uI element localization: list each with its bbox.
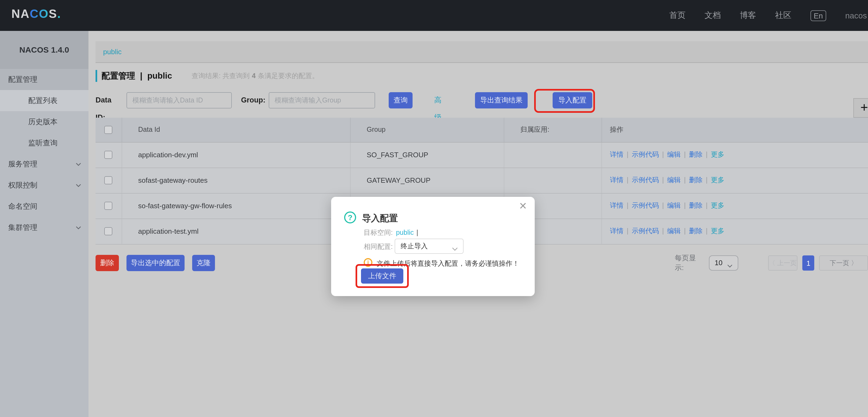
conflict-policy-value: 终止导入 [401, 239, 428, 253]
action-sample-code[interactable]: 示例代码 [632, 227, 659, 235]
column-header-data-id[interactable]: Data Id [122, 118, 350, 142]
sidebar-item-config-management[interactable]: 配置管理 [0, 69, 89, 90]
page-size-select[interactable]: 10 [709, 255, 738, 271]
sidebar-version: NACOS 1.4.0 [0, 31, 89, 69]
row-checkbox[interactable] [104, 202, 113, 210]
action-detail[interactable]: 详情 [610, 151, 623, 158]
title-namespace: public [147, 71, 172, 81]
sidebar-item-access-control[interactable]: 权限控制 [0, 175, 89, 196]
data-id-input[interactable] [126, 92, 232, 108]
group-label: Group: [241, 92, 266, 109]
action-edit[interactable]: 编辑 [667, 151, 681, 158]
cell-group: SO_FAST_GROUP [350, 142, 504, 168]
action-separator: | [684, 202, 686, 209]
sidebar-item-config-list[interactable]: 配置列表 [0, 90, 89, 111]
cell-group: GATEWAY_GROUP [350, 168, 504, 193]
close-icon[interactable]: ✕ [519, 201, 527, 211]
target-namespace-separator: | [416, 229, 418, 236]
logo-dot: . [57, 7, 61, 21]
nav-community[interactable]: 社区 [775, 10, 792, 21]
clone-button[interactable]: 克隆 [192, 255, 215, 271]
action-delete[interactable]: 删除 [689, 202, 703, 209]
action-sample-code[interactable]: 示例代码 [632, 202, 659, 209]
nav-docs[interactable]: 文档 [705, 10, 721, 21]
sidebar-item-namespace[interactable]: 命名空间 [0, 196, 89, 217]
action-detail[interactable]: 详情 [610, 227, 623, 235]
action-more[interactable]: 更多 [711, 176, 724, 184]
action-sample-code[interactable]: 示例代码 [632, 151, 659, 158]
group-input[interactable] [269, 92, 375, 108]
cell-operations: 详情|示例代码|编辑|删除|更多 [601, 193, 868, 218]
sidebar-item-service-management[interactable]: 服务管理 [0, 153, 89, 175]
dialog-title: 导入配置 [362, 213, 398, 224]
sidebar-item-history[interactable]: 历史版本 [0, 111, 89, 132]
action-more[interactable]: 更多 [711, 202, 724, 209]
column-header-group[interactable]: Group [350, 118, 504, 142]
info-circle-icon: i [364, 258, 372, 267]
action-edit[interactable]: 编辑 [667, 202, 681, 209]
current-page-button[interactable]: 1 [803, 255, 814, 271]
sidebar-item-cluster-management[interactable]: 集群管理 [0, 217, 89, 238]
cell-operations: 详情|示例代码|编辑|删除|更多 [601, 218, 868, 244]
conflict-policy-label: 相同配置: [364, 242, 393, 252]
next-page-button[interactable]: 下一页 〉 [819, 255, 868, 271]
column-header-app[interactable]: 归属应用: [504, 118, 601, 142]
select-all-checkbox[interactable] [104, 126, 113, 134]
cell-operations: 详情|示例代码|编辑|删除|更多 [601, 142, 868, 168]
action-edit[interactable]: 编辑 [667, 176, 681, 184]
prev-page-button[interactable]: 〈 上一页 [768, 255, 798, 271]
sidebar-item-label: 权限控制 [8, 181, 37, 189]
row-checkbox[interactable] [104, 176, 113, 184]
action-detail[interactable]: 详情 [610, 176, 623, 184]
chevron-down-icon [75, 182, 82, 188]
cell-data-id: application-dev.yml [122, 142, 350, 168]
action-sample-code[interactable]: 示例代码 [632, 176, 659, 184]
row-checkbox[interactable] [104, 227, 113, 235]
question-circle-icon: ? [344, 211, 356, 223]
row-checkbox[interactable] [104, 151, 113, 159]
action-separator: | [662, 202, 664, 209]
add-config-button[interactable]: + [854, 98, 868, 118]
top-header: NACOS. 首页 文档 博客 社区 En nacos [0, 0, 868, 31]
action-delete[interactable]: 删除 [689, 151, 703, 158]
namespace-tab-public[interactable]: public [103, 41, 122, 63]
nav-home[interactable]: 首页 [669, 10, 686, 21]
logo-text: NA [11, 7, 30, 21]
export-results-button[interactable]: 导出查询结果 [475, 92, 528, 108]
export-selected-button[interactable]: 导出选中的配置 [126, 255, 185, 271]
cell-operations: 详情|示例代码|编辑|删除|更多 [601, 168, 868, 193]
sidebar-item-label: 命名空间 [8, 202, 37, 210]
nacos-logo[interactable]: NACOS. [11, 7, 61, 21]
action-delete[interactable]: 删除 [689, 176, 703, 184]
action-separator: | [662, 151, 664, 158]
sidebar-item-listener-query[interactable]: 监听查询 [0, 132, 89, 153]
conflict-policy-select[interactable]: 终止导入 [395, 239, 464, 254]
action-separator: | [706, 227, 708, 235]
sidebar-item-label: 配置列表 [28, 97, 58, 105]
action-separator: | [706, 202, 708, 209]
target-namespace-label: 目标空间: [364, 229, 393, 236]
username[interactable]: nacos [845, 11, 867, 20]
action-edit[interactable]: 编辑 [667, 227, 681, 235]
language-toggle[interactable]: En [810, 10, 826, 21]
namespace-tab-bar: public [96, 41, 868, 63]
action-delete[interactable]: 删除 [689, 227, 703, 235]
action-detail[interactable]: 详情 [610, 202, 623, 209]
page-title-row: 配置管理 | public 查询结果: 共查询到4条满足要求的配置。 [96, 69, 319, 83]
sidebar-item-label: 监听查询 [28, 139, 58, 147]
bulk-delete-button[interactable]: 删除 [96, 255, 119, 271]
column-header-operations: 操作 [601, 118, 868, 142]
table-row: application-dev.yml SO_FAST_GROUP 详情|示例代… [96, 142, 868, 168]
upload-file-button[interactable]: 上传文件 [361, 269, 403, 284]
import-config-button[interactable]: 导入配置 [553, 92, 592, 108]
cell-app [504, 168, 601, 193]
sidebar: NACOS 1.4.0 配置管理 配置列表 历史版本 监听查询 服务管理 权限控… [0, 31, 89, 417]
query-button[interactable]: 查询 [389, 92, 412, 108]
action-more[interactable]: 更多 [711, 151, 724, 158]
chevron-down-icon [726, 261, 733, 271]
chevron-down-icon [75, 161, 82, 167]
result-suffix: 条满足要求的配置。 [258, 72, 319, 79]
nav-blog[interactable]: 博客 [740, 10, 756, 21]
action-more[interactable]: 更多 [711, 227, 724, 235]
table-row: sofast-gateway-routes GATEWAY_GROUP 详情|示… [96, 168, 868, 193]
